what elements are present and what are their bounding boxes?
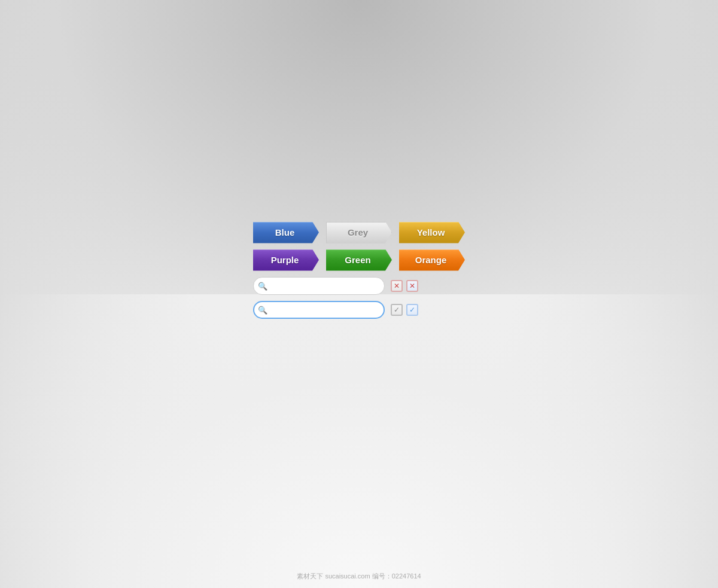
checkbox-pair-x: ✕ ✕ <box>391 280 418 292</box>
watermark: 素材天下 sucaisucai.com 编号：02247614 <box>297 572 421 581</box>
purple-button[interactable]: Purple <box>253 249 319 271</box>
button-row-2: Purple Green Orange <box>253 249 465 271</box>
checkbox-check-unchecked[interactable]: ✓ <box>391 304 403 316</box>
blue-button[interactable]: Blue <box>253 222 319 243</box>
search-row-2: 🔍 ✓ ✓ <box>253 301 418 319</box>
button-row-1: Blue Grey Yellow <box>253 222 465 243</box>
search-icon-1: 🔍 <box>258 281 267 290</box>
search-row-1: 🔍 ✕ ✕ <box>253 277 418 295</box>
search-input-1[interactable] <box>253 277 385 295</box>
search-input-2[interactable] <box>253 301 385 319</box>
yellow-button[interactable]: Yellow <box>399 222 465 243</box>
main-container: Blue Grey Yellow Purple Green Orange 🔍 ✕… <box>253 222 465 319</box>
grey-button[interactable]: Grey <box>326 222 392 243</box>
checkbox-check-checked[interactable]: ✓ <box>406 304 418 316</box>
checkbox-pair-check: ✓ ✓ <box>391 304 418 316</box>
checkbox-x-checked[interactable]: ✕ <box>406 280 418 292</box>
search-wrap-1: 🔍 <box>253 277 385 295</box>
search-wrap-2: 🔍 <box>253 301 385 319</box>
orange-button[interactable]: Orange <box>399 249 465 271</box>
green-button[interactable]: Green <box>326 249 392 271</box>
checkbox-x-unchecked[interactable]: ✕ <box>391 280 403 292</box>
search-icon-2: 🔍 <box>258 305 267 314</box>
